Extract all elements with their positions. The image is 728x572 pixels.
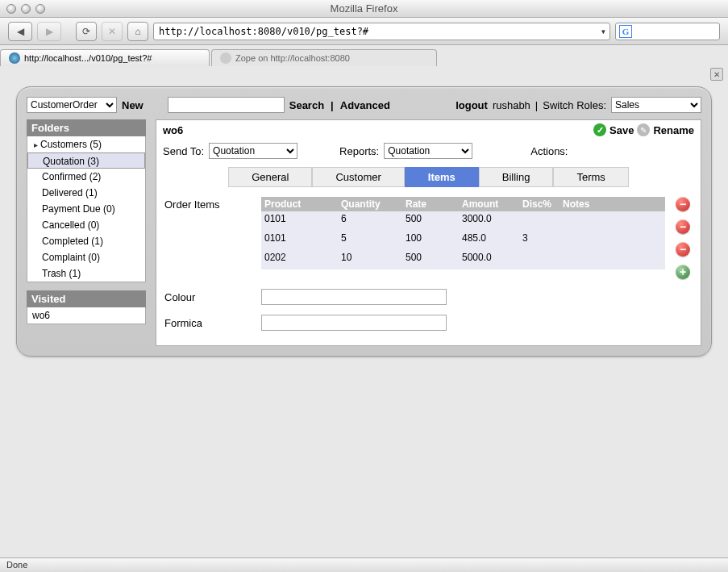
- top-controls-row: CustomerOrder New Search | Advanced logo…: [27, 97, 701, 113]
- cell-product: 0101: [261, 231, 338, 245]
- table-row[interactable]: 01015100485.03: [261, 231, 665, 250]
- browser-tab-label: Zope on http://localhost:8080: [235, 53, 350, 63]
- colour-input[interactable]: [261, 289, 447, 305]
- formica-input[interactable]: [261, 315, 447, 331]
- advanced-link[interactable]: Advanced: [340, 99, 390, 111]
- cell-quantity: 6: [338, 211, 402, 226]
- window-title: Mozilla Firefox: [0, 2, 728, 15]
- browser-search-box[interactable]: G: [615, 23, 720, 40]
- add-row-button[interactable]: +: [676, 265, 690, 279]
- cell-amount: 5000.0: [459, 250, 519, 265]
- cell-rate: 500: [402, 211, 459, 226]
- window-titlebar: Mozilla Firefox: [0, 0, 728, 18]
- close-tab-button[interactable]: ✕: [710, 68, 723, 81]
- forward-button[interactable]: ▶: [37, 22, 61, 41]
- delete-row-button[interactable]: −: [676, 219, 690, 234]
- url-bar[interactable]: http://localhost:8080/v010/pg_test?# ▾: [153, 23, 610, 40]
- table-row[interactable]: 010165003000.0: [261, 211, 665, 231]
- col-disc: Disc%: [519, 197, 560, 211]
- new-link[interactable]: New: [122, 99, 144, 111]
- rename-button[interactable]: Rename: [653, 124, 694, 136]
- col-notes: Notes: [560, 197, 665, 211]
- folder-item[interactable]: Quotation (3): [27, 152, 145, 169]
- cell-amount: 3000.0: [459, 211, 519, 226]
- folder-item[interactable]: Confirmed (2): [27, 169, 145, 185]
- tab-billing[interactable]: Billing: [479, 167, 554, 187]
- cell-quantity: 10: [338, 250, 402, 265]
- page-content: CustomerOrder New Search | Advanced logo…: [0, 66, 728, 550]
- folder-item[interactable]: Cancelled (0): [27, 217, 145, 233]
- colour-label: Colour: [164, 291, 253, 303]
- close-window-button[interactable]: [6, 4, 16, 14]
- colour-field-row: Colour: [156, 284, 701, 310]
- folder-item[interactable]: Completed (1): [27, 233, 145, 249]
- reports-label: Reports:: [339, 145, 379, 157]
- cell-amount: 485.0: [459, 231, 519, 245]
- record-controls: Send To: Quotation Reports: Quotation Ac…: [156, 140, 701, 167]
- cell-notes: [560, 231, 665, 245]
- url-text: http://localhost:8080/v010/pg_test?#: [159, 26, 368, 37]
- back-button[interactable]: ◀: [8, 22, 32, 41]
- browser-tab-label: http://localhost.../v010/pg_test?#: [24, 53, 152, 63]
- minimize-window-button[interactable]: [21, 4, 31, 14]
- record-title: wo6: [163, 124, 183, 136]
- order-items-table: Product Quantity Rate Amount Disc% Notes…: [261, 197, 665, 269]
- delete-row-button[interactable]: −: [676, 242, 690, 257]
- logout-link[interactable]: logout: [456, 99, 488, 111]
- send-to-label: Send To:: [163, 145, 204, 157]
- folders-header: Folders: [27, 119, 146, 136]
- folder-item[interactable]: Trash (1): [27, 265, 145, 282]
- doctype-select[interactable]: CustomerOrder: [27, 97, 117, 113]
- folder-item[interactable]: Complaint (0): [27, 249, 145, 265]
- status-bar: Done: [0, 557, 728, 572]
- tab-customer[interactable]: Customer: [312, 167, 404, 187]
- role-select[interactable]: Sales: [611, 97, 701, 113]
- cell-disc: [519, 211, 560, 226]
- google-icon: G: [619, 25, 632, 38]
- browser-tab-inactive[interactable]: Zope on http://localhost:8080: [211, 49, 437, 66]
- app-panel: CustomerOrder New Search | Advanced logo…: [16, 86, 712, 357]
- url-dropdown-icon[interactable]: ▾: [601, 26, 606, 37]
- pipe-separator: |: [331, 99, 334, 111]
- col-quantity: Quantity: [338, 197, 402, 211]
- cell-product: 0202: [261, 250, 338, 265]
- browser-tab-strip: http://localhost.../v010/pg_test?# Zope …: [0, 45, 728, 66]
- formica-field-row: Formica: [156, 310, 701, 336]
- sidebar: Folders Customers (5)Quotation (3)Confir…: [27, 119, 146, 324]
- order-items-section: Order Items Product Quantity Rate Amount…: [156, 192, 701, 284]
- cell-disc: [519, 250, 560, 265]
- cell-quantity: 5: [338, 231, 402, 245]
- tab-items[interactable]: Items: [405, 167, 479, 187]
- search-input[interactable]: [168, 97, 285, 113]
- zope-icon: [220, 52, 231, 64]
- send-to-select[interactable]: Quotation: [209, 143, 297, 159]
- tab-terms[interactable]: Terms: [553, 167, 628, 187]
- cell-disc: 3: [519, 231, 560, 245]
- visited-item[interactable]: wo6: [32, 310, 140, 321]
- save-button[interactable]: Save: [609, 124, 634, 136]
- actions-label: Actions:: [530, 145, 568, 157]
- folder-item[interactable]: Payment Due (0): [27, 201, 145, 217]
- reports-select[interactable]: Quotation: [384, 143, 472, 159]
- delete-row-button[interactable]: −: [676, 197, 690, 211]
- zoom-window-button[interactable]: [35, 4, 45, 14]
- folder-item[interactable]: Customers (5): [27, 136, 145, 152]
- browser-toolbar: ◀ ▶ ⟳ ✕ ⌂ http://localhost:8080/v010/pg_…: [0, 18, 728, 45]
- tab-general[interactable]: General: [228, 167, 312, 187]
- reload-button[interactable]: ⟳: [76, 22, 97, 41]
- status-text: Done: [6, 560, 27, 570]
- row-actions: −−−+: [673, 197, 693, 279]
- stop-button[interactable]: ✕: [102, 22, 123, 41]
- browser-tab-active[interactable]: http://localhost.../v010/pg_test?#: [0, 49, 210, 66]
- switch-roles-label: Switch Roles:: [543, 99, 606, 111]
- folder-item[interactable]: Delivered (1): [27, 185, 145, 201]
- formica-label: Formica: [164, 317, 253, 329]
- cell-product: 0101: [261, 211, 338, 226]
- cell-notes: [560, 250, 665, 265]
- visited-list: wo6: [27, 307, 146, 324]
- col-rate: Rate: [402, 197, 459, 211]
- home-button[interactable]: ⌂: [127, 22, 148, 41]
- search-link[interactable]: Search: [289, 99, 324, 111]
- table-row[interactable]: 0202105005000.0: [261, 250, 665, 269]
- record-header: wo6 ✓ Save ✎ Rename: [156, 120, 701, 140]
